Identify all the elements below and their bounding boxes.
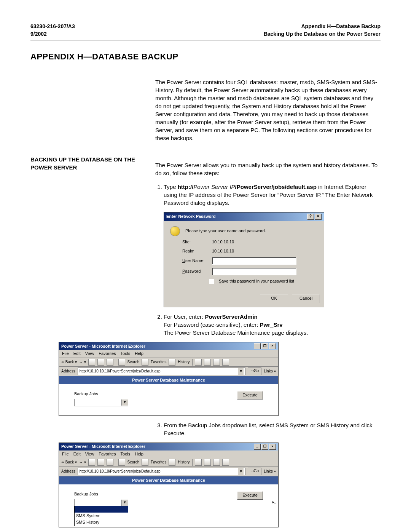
menu-help[interactable]: Help xyxy=(135,451,143,457)
close-button[interactable]: × xyxy=(315,214,322,220)
section-lead: The Power Server allows you to manually … xyxy=(155,161,381,177)
back-button[interactable]: ⇦ Back ▾ xyxy=(61,460,77,465)
history-icon[interactable] xyxy=(169,459,175,466)
help-button[interactable]: ? xyxy=(307,214,314,220)
address-bar[interactable]: http://10.10.10.10/PowerServer/jobs/Defa… xyxy=(78,367,246,375)
menu-tools[interactable]: Tools xyxy=(121,351,131,356)
page-header: 63230-216-207/A3 9/2002 Appendix H—Datab… xyxy=(30,23,381,40)
favorites-icon[interactable] xyxy=(142,359,148,366)
address-label: Address xyxy=(61,369,75,374)
home-icon[interactable] xyxy=(107,359,113,366)
key-icon xyxy=(170,226,180,236)
menu-file[interactable]: File xyxy=(62,351,69,356)
forward-button[interactable]: → ▾ xyxy=(79,359,86,365)
forward-button[interactable]: → ▾ xyxy=(79,460,86,465)
minimize-button[interactable]: _ xyxy=(254,343,261,349)
page-banner: Power Server Database Maintenance xyxy=(59,376,278,384)
option-sms-history[interactable]: SMS History xyxy=(75,519,128,526)
realm-value: 10.10.10.10 xyxy=(212,248,318,254)
menu-edit[interactable]: Edit xyxy=(73,351,81,356)
realm-label: Realm xyxy=(182,248,209,254)
site-label: Site: xyxy=(182,239,209,245)
menu-edit[interactable]: Edit xyxy=(73,451,81,457)
menu-file[interactable]: File xyxy=(62,451,69,457)
chevron-down-icon[interactable]: ▼ xyxy=(121,399,128,406)
home-icon[interactable] xyxy=(107,459,113,466)
execute-button[interactable]: Execute xyxy=(237,391,263,399)
chevron-down-icon[interactable]: ▼ xyxy=(121,500,128,506)
minimize-button[interactable]: _ xyxy=(254,444,261,450)
maximize-button[interactable]: ❐ xyxy=(261,444,268,450)
dialog-titlebar: Enter Network Password ? × xyxy=(164,212,324,221)
mail-icon[interactable] xyxy=(195,459,202,466)
menu-view[interactable]: View xyxy=(85,451,94,457)
discuss-icon[interactable] xyxy=(222,359,229,366)
menu-view[interactable]: View xyxy=(85,351,94,356)
links-button[interactable]: Links » xyxy=(264,469,276,474)
refresh-icon[interactable] xyxy=(97,359,104,366)
section-heading: BACKING UP THE DATABASE ON THE POWER SER… xyxy=(30,155,145,171)
dialog-prompt: Please type your user name and password. xyxy=(185,228,266,234)
discuss-icon[interactable] xyxy=(222,459,229,466)
backup-jobs-select[interactable]: ▼ xyxy=(74,499,128,506)
search-icon[interactable] xyxy=(118,359,125,366)
step-2: For User, enter: PowerServerAdmin For Pa… xyxy=(164,313,381,415)
ie-title-text: Power Server - Microsoft Internet Explor… xyxy=(61,444,145,449)
chevron-down-icon[interactable]: ▼ xyxy=(238,468,244,475)
close-button[interactable]: × xyxy=(269,343,276,349)
chevron-down-icon[interactable]: ▼ xyxy=(238,368,244,375)
back-button[interactable]: ⇦ Back ▾ xyxy=(61,359,77,365)
ie-window-maintenance: Power Server - Microsoft Internet Explor… xyxy=(59,342,279,415)
cursor-icon: ↖ xyxy=(270,498,277,507)
header-section: Backing Up the Database on the Power Ser… xyxy=(264,30,381,38)
option-sms-system[interactable]: SMS System xyxy=(75,513,128,519)
backup-jobs-label: Backup Jobs xyxy=(74,491,127,497)
menu-favorites[interactable]: Favorites xyxy=(99,351,116,356)
mail-icon[interactable] xyxy=(195,359,202,366)
ie-menu-bar: File Edit View Favorites Tools Help xyxy=(59,350,278,358)
ie-window-maintenance-open: Power Server - Microsoft Internet Explor… xyxy=(59,443,279,527)
address-label: Address xyxy=(61,469,75,474)
stop-icon[interactable] xyxy=(88,459,95,466)
refresh-icon[interactable] xyxy=(97,459,104,466)
go-button[interactable]: ⇢Go xyxy=(248,367,261,375)
page-banner: Power Server Database Maintenance xyxy=(59,476,278,484)
menu-help[interactable]: Help xyxy=(135,351,143,356)
print-icon[interactable] xyxy=(204,359,211,366)
password-input[interactable] xyxy=(212,268,296,275)
favorites-icon[interactable] xyxy=(142,459,148,466)
save-password-checkbox[interactable] xyxy=(209,279,214,284)
save-password-label: Save this password in your password list xyxy=(219,278,294,284)
menu-tools[interactable]: Tools xyxy=(121,451,131,457)
header-date: 9/2002 xyxy=(30,30,75,38)
header-docnum: 63230-216-207/A3 xyxy=(30,23,75,30)
cancel-button[interactable]: Cancel xyxy=(292,294,320,303)
backup-jobs-options: SMS System SMS History xyxy=(74,506,128,526)
go-button[interactable]: ⇢Go xyxy=(248,468,261,475)
backup-jobs-select[interactable]: ▼ xyxy=(74,399,128,406)
header-appendix: Appendix H—Database Backup xyxy=(264,23,381,30)
edit-icon[interactable] xyxy=(213,459,220,466)
edit-icon[interactable] xyxy=(213,359,220,366)
password-label: Password xyxy=(182,268,209,274)
step-3: From the Backup Jobs dropdown list, sele… xyxy=(164,421,381,527)
username-label: User Name xyxy=(182,258,209,264)
site-value: 10.10.10.10 xyxy=(212,239,318,245)
links-button[interactable]: Links » xyxy=(264,369,276,374)
print-icon[interactable] xyxy=(204,459,211,466)
dialog-title-text: Enter Network Password xyxy=(166,214,216,219)
close-button[interactable]: × xyxy=(269,444,276,450)
ie-title-text: Power Server - Microsoft Internet Explor… xyxy=(61,343,145,349)
option-blank[interactable] xyxy=(75,506,128,513)
username-input[interactable] xyxy=(212,257,296,265)
backup-jobs-label: Backup Jobs xyxy=(74,391,127,397)
intro-paragraph: The Power Server contains four SQL datab… xyxy=(155,78,381,142)
stop-icon[interactable] xyxy=(88,359,95,366)
execute-button[interactable]: Execute xyxy=(237,491,263,500)
history-icon[interactable] xyxy=(169,359,175,366)
menu-favorites[interactable]: Favorites xyxy=(99,451,116,457)
maximize-button[interactable]: ❐ xyxy=(261,343,268,349)
ok-button[interactable]: OK xyxy=(260,294,288,303)
search-icon[interactable] xyxy=(118,459,125,466)
address-bar[interactable]: http://10.10.10.10/PowerServer/jobs/Defa… xyxy=(78,468,246,475)
